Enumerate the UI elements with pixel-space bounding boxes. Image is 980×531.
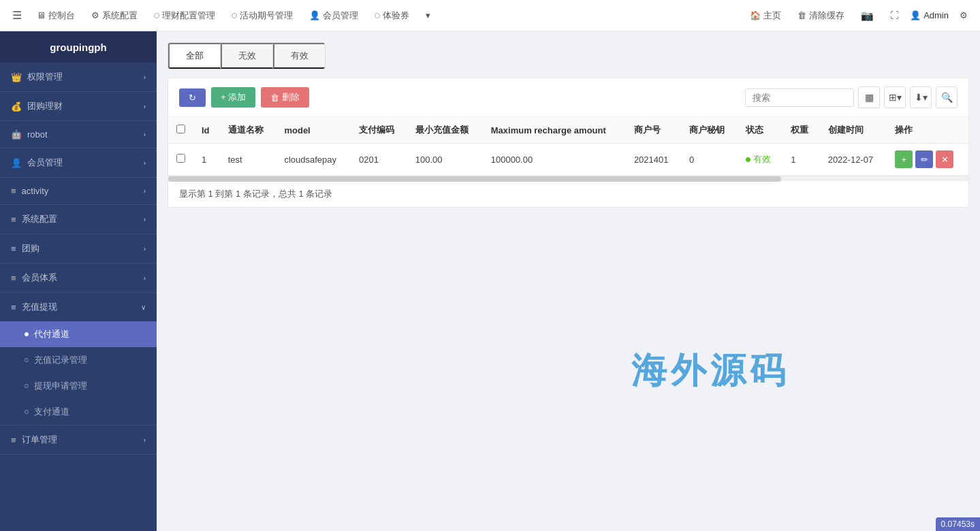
sidebar-group-group-finance: 💰 团购理财 › [0, 92, 157, 121]
sidebar-group-sys-config: ≡ 系统配置 › [0, 205, 157, 234]
sidebar-group-group-finance-header[interactable]: 💰 团购理财 › [0, 92, 157, 120]
col-operation: 操作 [887, 117, 968, 144]
cell-min-recharge: 100.00 [407, 144, 483, 176]
main-layout: groupingph 👑 权限管理 › 💰 团购理财 › [0, 31, 980, 531]
finance-icon: 💰 [11, 101, 22, 112]
sidebar-group-recharge-withdraw-header[interactable]: ≡ 充值提现 ∨ [0, 293, 157, 321]
nav-finance-config[interactable]: 理财配置管理 [147, 7, 222, 25]
sidebar-group-sys-config-header[interactable]: ≡ 系统配置 › [0, 205, 157, 234]
add-button[interactable]: + 添加 [211, 87, 255, 108]
list-icon: ≡ [11, 186, 16, 196]
table-header: Id 通道名称 model 支付编码 最小充值金额 Maximum rechar… [168, 117, 968, 144]
select-all-checkbox[interactable] [176, 125, 185, 133]
nav-dashboard[interactable]: 🖥 控制台 [30, 7, 82, 25]
nav-admin-settings[interactable]: ⚙ [954, 7, 973, 23]
nav-more[interactable]: ▾ [419, 7, 437, 23]
column-view-button[interactable]: ▦ [858, 86, 880, 108]
col-pay-code: 支付编码 [351, 117, 407, 144]
list-icon5: ≡ [11, 302, 16, 312]
delete-button[interactable]: 🗑 删除 [261, 87, 309, 108]
row-add-button[interactable]: + [895, 150, 913, 168]
table-body: 1 test cloudsafepay 0201 100.00 100000.0… [168, 144, 968, 176]
table-scrollbar-track[interactable] [168, 176, 968, 181]
status-dot [746, 157, 750, 162]
sidebar-item-payment-channel[interactable]: 支付通道 [0, 399, 157, 425]
sidebar-group-activity-header[interactable]: ≡ activity › [0, 178, 157, 204]
trash-icon2: 🗑 [270, 93, 279, 103]
export-button[interactable]: ⬇ ▾ [910, 86, 932, 108]
gear-icon: ⚙ [91, 10, 99, 20]
hamburger-icon[interactable]: ☰ [7, 6, 27, 25]
sidebar-group-permissions-header[interactable]: 👑 权限管理 › [0, 63, 157, 91]
cell-merchant-key: 0 [681, 144, 738, 176]
admin-badge: 👤 Admin [910, 10, 949, 20]
nav-screenshot[interactable]: 📷 [855, 7, 879, 25]
sidebar-group-order-mgmt-header[interactable]: ≡ 订单管理 › [0, 425, 157, 454]
data-table: Id 通道名称 model 支付编码 最小充值金额 Maximum rechar… [168, 117, 968, 176]
row-edit-button[interactable]: ✏ [915, 150, 933, 168]
sidebar-group-member-system-header[interactable]: ≡ 会员体系 › [0, 263, 157, 292]
nav-member-mgmt[interactable]: 👤 会员管理 [302, 7, 365, 25]
member-icon: 👤 [11, 158, 22, 168]
sidebar-group-member-header[interactable]: 👤 会员管理 › [0, 148, 157, 177]
circle-icon [154, 13, 159, 18]
circle-icon3 [375, 13, 380, 18]
performance-badge: 0.07453s [936, 517, 980, 531]
action-buttons: + ✏ ✕ [895, 150, 960, 168]
export-icon: ⬇ [915, 92, 923, 103]
arrow-icon2: › [144, 103, 146, 110]
arrow-icon: › [144, 74, 146, 81]
sidebar-item-agent-channel[interactable]: 代付通道 [0, 321, 157, 347]
cell-channel-name: test [220, 144, 276, 176]
row-checkbox[interactable] [176, 154, 185, 163]
top-nav-right: 🏠 主页 🗑 清除缓存 📷 ⛶ 👤 Admin ⚙ [744, 7, 973, 25]
cell-max-recharge: 100000.00 [483, 144, 626, 176]
sidebar-group-robot-header[interactable]: 🤖 robot › [0, 121, 157, 148]
sidebar-group-order-mgmt: ≡ 订单管理 › [0, 425, 157, 455]
search-button[interactable]: 🔍 [936, 86, 958, 108]
nav-clear-cache[interactable]: 🗑 清除缓存 [792, 7, 850, 25]
circle-icon2 [232, 13, 237, 18]
nav-experience-voucher[interactable]: 体验券 [368, 7, 416, 25]
sidebar-group-group-buy-header[interactable]: ≡ 团购 › [0, 234, 157, 263]
refresh-button[interactable]: ↻ [179, 88, 206, 107]
table-row: 1 test cloudsafepay 0201 100.00 100000.0… [168, 144, 968, 176]
toolbar-right: ▦ ⊞ ▾ ⬇ ▾ 🔍 [745, 86, 958, 108]
col-min-recharge: 最小充值金额 [407, 117, 483, 144]
arrow-icon8: › [144, 274, 146, 282]
arrow-icon5: › [144, 187, 146, 195]
nav-system-config[interactable]: ⚙ 系统配置 [84, 7, 144, 25]
active-dot [25, 332, 29, 336]
chevron-down-icon: ▾ [897, 92, 902, 103]
crown-icon: 👑 [11, 72, 22, 82]
arrow-icon9: ∨ [141, 304, 146, 311]
nav-activity-mgmt[interactable]: 活动期号管理 [225, 7, 300, 25]
row-delete-button[interactable]: ✕ [936, 150, 953, 168]
sidebar-item-recharge-records[interactable]: 充值记录管理 [0, 347, 157, 373]
col-status: 状态 [738, 117, 783, 144]
grid-view-button[interactable]: ⊞ ▾ [884, 86, 906, 108]
more-icon: ▾ [426, 10, 430, 20]
tab-all[interactable]: 全部 [168, 43, 221, 69]
status-badge: 有效 [746, 153, 771, 165]
fullscreen-icon: ⛶ [890, 10, 899, 20]
user-icon: 👤 [309, 10, 320, 20]
search-input[interactable] [745, 88, 854, 107]
tab-bar: 全部 无效 有效 [168, 42, 326, 69]
cell-weight: 1 [783, 144, 819, 176]
toolbar: ↻ + 添加 🗑 删除 ▦ ⊞ ▾ [168, 78, 968, 117]
pagination-info: 显示第 1 到第 1 条记录，总共 1 条记录 [168, 181, 968, 207]
nav-fullscreen[interactable]: ⛶ [885, 7, 904, 23]
search-icon: 🔍 [941, 92, 953, 103]
col-merchant-id: 商户号 [626, 117, 681, 144]
cell-id: 1 [193, 144, 220, 176]
arrow-icon6: › [144, 216, 146, 223]
tab-valid[interactable]: 有效 [273, 43, 325, 69]
nav-home[interactable]: 🏠 主页 [744, 7, 787, 25]
camera-icon: 📷 [861, 10, 874, 22]
cell-merchant-id: 2021401 [626, 144, 681, 176]
row-checkbox-cell [168, 144, 193, 176]
sidebar-item-withdraw-mgmt[interactable]: 提现申请管理 [0, 373, 157, 399]
sidebar-group-activity: ≡ activity › [0, 178, 157, 205]
tab-invalid[interactable]: 无效 [221, 43, 273, 69]
